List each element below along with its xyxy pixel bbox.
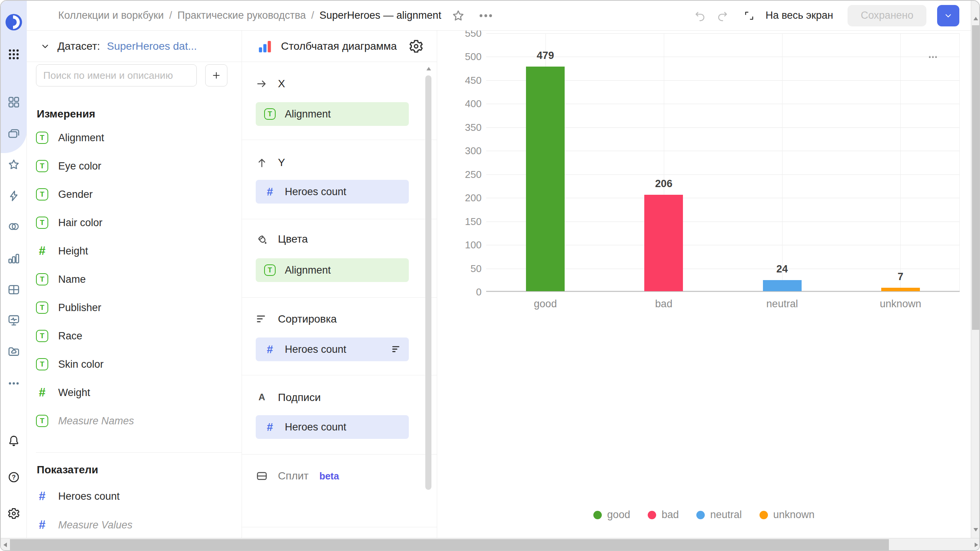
chip-label: Alignment [285,264,331,276]
sidebar-ellipsis-icon[interactable] [7,377,20,390]
legend-item-good[interactable]: good [593,509,630,521]
config-scrollbar-thumb[interactable] [425,75,431,490]
legend-item-bad[interactable]: bad [648,509,679,521]
field-label: Measure Values [58,519,132,531]
scroll-up-arrow[interactable] [973,17,978,20]
chart-legend: goodbadneutralunknown [437,509,971,521]
sort-direction-icon[interactable] [391,344,402,355]
field-item[interactable]: TPublisher [36,293,227,322]
undo-icon[interactable] [694,10,706,22]
chip-labels-heroes-count[interactable]: #Heroes count [256,415,409,439]
save-dropdown-button[interactable] [937,5,959,26]
chart-settings-icon[interactable] [408,39,424,54]
chip-x-alignment[interactable]: TAlignment [256,102,409,126]
chip-label: Heroes count [285,186,346,198]
section-labels: AПодписи [256,390,321,405]
breadcrumb-item[interactable]: Коллекции и воркбуки [58,10,164,21]
number-field-icon: # [264,343,276,356]
sidebar-collections-icon[interactable] [7,127,20,140]
dataset-header: Датасет: SuperHeroes dat... [27,31,242,62]
sidebar-help-icon[interactable]: ? [7,471,20,484]
chevron-down-icon[interactable] [40,41,51,52]
vertical-scrollbar[interactable] [971,1,980,538]
favorite-star-icon[interactable] [451,9,465,23]
field-item[interactable]: #Heroes count [36,482,227,510]
plus-icon [211,70,221,80]
field-item[interactable]: TGender [36,180,227,209]
sidebar-dashboards-icon[interactable] [7,96,20,109]
svg-text:A: A [258,392,265,402]
page-title: SuperHeroes — alignment [319,10,441,21]
sidebar-monitor-icon[interactable] [7,314,20,327]
field-item[interactable]: TSkin color [36,350,227,378]
field-item[interactable]: TRace [36,322,227,350]
field-item[interactable]: #Weight [36,378,227,407]
bar-good[interactable] [526,67,565,291]
divider [242,454,437,455]
number-field-icon: # [36,489,48,503]
datalens-logo-icon[interactable] [5,13,23,31]
scroll-down-arrow[interactable] [973,528,978,531]
left-nav-rail: ? [1,1,27,538]
sidebar-circles-icon[interactable] [7,220,20,233]
chip-y-heroes-count[interactable]: #Heroes count [256,180,409,204]
scroll-left-arrow[interactable] [3,543,7,547]
text-field-icon: T [264,264,276,276]
scroll-right-arrow[interactable] [975,543,978,547]
bar-neutral[interactable] [763,280,802,291]
sidebar-lightning-icon[interactable] [7,189,20,202]
sidebar-gear-icon[interactable] [7,507,20,520]
field-label: Skin color [58,359,104,370]
sidebar-bar-chart-icon[interactable] [7,252,20,265]
add-field-button[interactable] [205,64,227,86]
bar-unknown[interactable] [881,288,920,291]
field-item[interactable]: TEye color [36,152,227,180]
config-scroll-up-arrow[interactable] [426,67,431,70]
chip-label: Heroes count [285,421,346,433]
breadcrumb-item[interactable]: Практические руководства [177,10,305,21]
y-axis-tick-label: 200 [438,192,482,204]
chip-colors-alignment[interactable]: TAlignment [256,258,409,282]
field-item[interactable]: #Measure Values [36,511,227,539]
bar-bad[interactable] [644,195,683,291]
sidebar-star-icon[interactable] [7,158,20,171]
field-search-input[interactable] [36,64,197,86]
text-field-icon: T [36,358,48,370]
bar-chart-type-icon[interactable] [257,39,273,54]
field-item[interactable]: TAlignment [36,124,227,152]
field-label: Publisher [58,302,101,314]
horizontal-scrollbar[interactable] [1,538,980,551]
legend-item-neutral[interactable]: neutral [696,509,742,521]
fullscreen-icon[interactable] [743,10,755,21]
redo-icon[interactable] [717,10,729,22]
vertical-scrollbar-thumb[interactable] [972,25,980,330]
sidebar-bell-icon[interactable] [7,434,20,447]
field-label: Race [58,330,82,342]
text-field-icon: T [36,302,48,314]
field-item[interactable]: TName [36,265,227,293]
legend-item-unknown[interactable]: unknown [760,509,815,521]
field-label: Weight [58,387,90,399]
field-label: Measure Names [58,415,134,427]
arrow-up-icon [256,156,268,169]
sidebar-folder-cloud-icon[interactable] [7,345,20,358]
text-field-icon: T [36,132,48,144]
chip-label: Alignment [285,108,331,120]
legend-label: bad [662,509,679,521]
horizontal-scrollbar-thumb[interactable] [10,539,889,551]
fullscreen-label[interactable]: На весь экран [766,10,833,21]
saved-button[interactable]: Сохранено [848,5,926,26]
chart-type-label[interactable]: Столбчатая диаграмма [281,40,397,52]
sidebar-table-icon[interactable] [7,283,20,296]
y-axis-tick-label: 400 [438,98,482,110]
field-item[interactable]: TMeasure Names [36,407,227,435]
text-field-icon: T [36,273,48,285]
chip-sort-heroes-count[interactable]: #Heroes count [256,337,409,361]
field-item[interactable]: #Height [36,237,227,265]
field-item[interactable]: THair color [36,209,227,237]
divider [242,140,437,140]
entry-more-menu-icon[interactable] [478,8,493,23]
sidebar-apps-grid-icon[interactable] [7,48,20,61]
y-axis-tick-label: 350 [438,122,482,134]
dataset-name-link[interactable]: SuperHeroes dat... [107,40,197,52]
